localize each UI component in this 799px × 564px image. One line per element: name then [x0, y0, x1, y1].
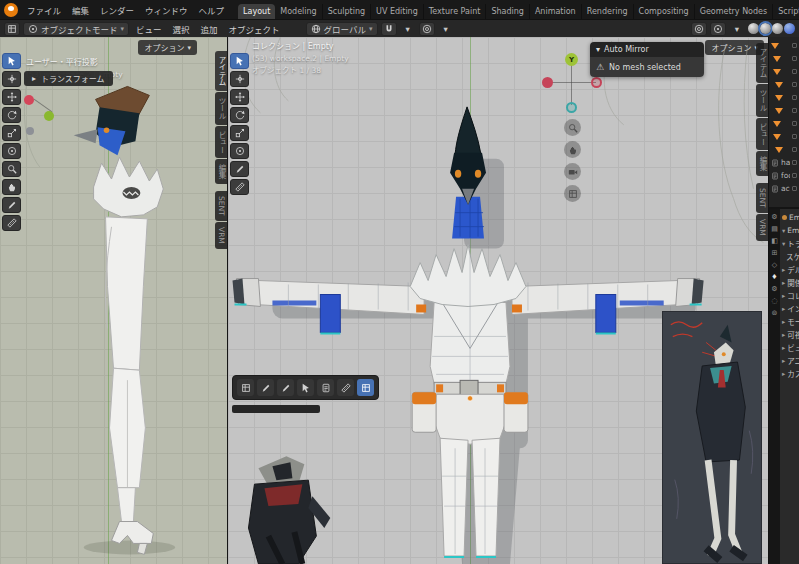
pan-gizmo[interactable]: [564, 141, 581, 158]
outliner-row[interactable]: [769, 52, 799, 65]
mode-dropdown[interactable]: オブジェクトモード ▾: [23, 22, 129, 36]
floating-toolbar-strip[interactable]: [232, 405, 320, 413]
proportional-edit-button[interactable]: [419, 22, 435, 36]
orientation-dropdown[interactable]: グローバル ▾: [306, 22, 378, 36]
section-instancing[interactable]: ▸インスタンス化: [780, 302, 799, 315]
axis-y-handle[interactable]: [44, 111, 54, 121]
tab-geometry-nodes[interactable]: Geometry Nodes: [695, 4, 773, 19]
object-properties-tab[interactable]: ♦: [771, 273, 777, 281]
tab-uv-editing[interactable]: UV Editing: [371, 4, 424, 19]
tab-view[interactable]: ビュー: [215, 126, 227, 159]
tool-cursor-3d[interactable]: [230, 71, 249, 87]
side-viewport[interactable]: オプション ▾ ユーザー・平行投影 (53) workspace.2 | Emp…: [0, 37, 228, 564]
overlays-toggle-button[interactable]: [710, 22, 726, 36]
tab-tool[interactable]: ツール: [756, 84, 768, 117]
menu-file[interactable]: ファイル: [22, 2, 66, 18]
section-collections[interactable]: ▸コレクション: [780, 289, 799, 302]
tool-pan[interactable]: [2, 179, 21, 195]
outliner-row-hand[interactable]: hand: [769, 156, 799, 169]
tab-animation[interactable]: Animation: [530, 4, 582, 19]
floating-tool-measure[interactable]: [337, 379, 354, 396]
outliner-row-foot[interactable]: foot: [769, 169, 799, 182]
render-properties-tab[interactable]: ▤: [771, 225, 778, 233]
transform-section-header[interactable]: ▾トランスフォーム: [780, 237, 799, 250]
axis-z-handle[interactable]: [566, 102, 577, 113]
tab-vrm[interactable]: VRM: [756, 214, 768, 241]
visibility-checkbox[interactable]: [792, 186, 797, 191]
tab-vrm[interactable]: VRM: [215, 222, 227, 249]
section-motion-paths[interactable]: ▸モーションパス: [780, 315, 799, 328]
floating-tool-select[interactable]: [297, 379, 314, 396]
proportional-options-button[interactable]: ▾: [438, 22, 454, 36]
tab-view[interactable]: ビュー: [756, 118, 768, 151]
tool-scale[interactable]: [2, 125, 21, 141]
shading-material-button[interactable]: [772, 23, 783, 34]
blender-logo-icon[interactable]: [4, 3, 18, 17]
visibility-checkbox[interactable]: [792, 121, 797, 126]
front-viewport[interactable]: オプション ▾ コレクション | Empty (53) workspace.2 …: [228, 37, 768, 564]
tool-annotate[interactable]: [2, 197, 21, 213]
scene-properties-tab[interactable]: ⊞: [772, 249, 778, 257]
tab-sculpting[interactable]: Sculpting: [323, 4, 371, 19]
tool-transform[interactable]: [2, 143, 21, 159]
shading-wireframe-button[interactable]: [748, 23, 759, 34]
tool-zoom[interactable]: [2, 161, 21, 177]
transform-panel-header[interactable]: ▸ トランスフォーム: [24, 71, 113, 86]
visibility-checkbox[interactable]: [792, 147, 797, 152]
visibility-checkbox[interactable]: [792, 173, 797, 178]
axis-y-handle[interactable]: Y: [565, 53, 578, 66]
outliner-row[interactable]: [769, 117, 799, 130]
floating-tool-texture[interactable]: [237, 379, 254, 396]
outliner-row-acc[interactable]: acc: [769, 182, 799, 195]
menu-render[interactable]: レンダー: [95, 2, 139, 18]
tool-scale[interactable]: [230, 125, 249, 141]
side-axis-gizmo[interactable]: [24, 95, 64, 141]
menu-select[interactable]: 選択: [169, 21, 194, 37]
outliner-row[interactable]: [769, 91, 799, 104]
visibility-checkbox[interactable]: [792, 160, 797, 165]
visibility-checkbox[interactable]: [792, 43, 797, 48]
tab-item[interactable]: アイテム: [756, 43, 768, 83]
tool-properties-tab[interactable]: ⚙: [771, 213, 777, 221]
section-viewport-display[interactable]: ▸ビューポート表示: [780, 341, 799, 354]
tab-sent[interactable]: SENT: [756, 183, 768, 213]
tab-sent[interactable]: SENT: [215, 191, 227, 221]
ortho-gizmo[interactable]: [564, 185, 581, 202]
tool-move[interactable]: [2, 89, 21, 105]
overlays-options-button[interactable]: ▾: [729, 22, 745, 36]
tool-cursor-3d[interactable]: [2, 71, 21, 87]
floating-tool-note[interactable]: [317, 379, 334, 396]
tool-rotate[interactable]: [230, 107, 249, 123]
menu-object[interactable]: オブジェクト: [225, 21, 284, 37]
outliner-row[interactable]: [769, 130, 799, 143]
tab-texture-paint[interactable]: Texture Paint: [424, 4, 487, 19]
tab-edit[interactable]: 編集: [756, 151, 768, 176]
tab-edit[interactable]: 編集: [215, 159, 227, 184]
floating-tool-draw[interactable]: [257, 379, 274, 396]
tab-layout[interactable]: Layout: [238, 4, 275, 19]
axis-x-handle[interactable]: [542, 77, 553, 88]
visibility-checkbox[interactable]: [792, 95, 797, 100]
scale-row[interactable]: スケール: [780, 250, 799, 263]
tool-move[interactable]: [230, 89, 249, 105]
menu-vue[interactable]: ビュー: [132, 21, 166, 37]
constraints-properties-tab[interactable]: ⊚: [772, 309, 778, 317]
world-properties-tab[interactable]: ◇: [772, 261, 777, 269]
section-visibility[interactable]: ▸可視性: [780, 328, 799, 341]
visibility-toggle-button[interactable]: [691, 22, 707, 36]
floating-tool-active[interactable]: [357, 379, 374, 396]
outliner-row[interactable]: [769, 143, 799, 156]
tab-rendering[interactable]: Rendering: [582, 4, 634, 19]
menu-help[interactable]: ヘルプ: [194, 2, 230, 18]
visibility-checkbox[interactable]: [792, 134, 797, 139]
snap-toggle-button[interactable]: [381, 22, 397, 36]
tab-item[interactable]: アイテム: [215, 51, 227, 91]
output-properties-tab[interactable]: ◧: [771, 237, 778, 245]
tool-measure[interactable]: [2, 215, 21, 231]
modifier-properties-tab[interactable]: ⚙: [771, 285, 777, 293]
section-animation[interactable]: ▸アニメーション: [780, 354, 799, 367]
object-name-row[interactable]: ▾Empty: [780, 224, 799, 237]
tab-tool[interactable]: ツール: [215, 92, 227, 125]
tab-shading[interactable]: Shading: [486, 4, 530, 19]
zoom-gizmo[interactable]: [564, 119, 581, 136]
